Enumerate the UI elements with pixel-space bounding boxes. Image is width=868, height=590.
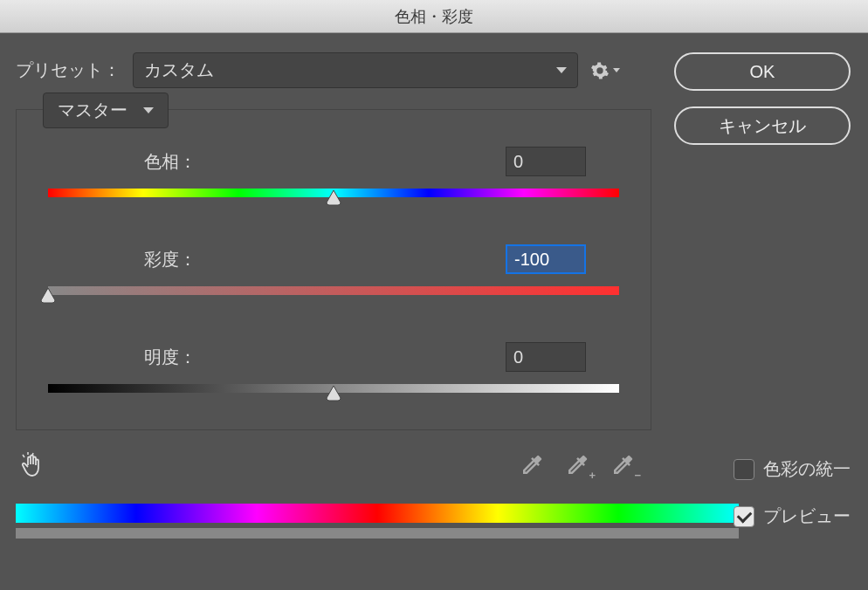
preset-value: カスタム [144,58,214,82]
hue-slider[interactable] [48,189,619,208]
hue-label: 色相： [48,150,310,174]
input-color-bar [16,504,739,523]
colorize-checkbox[interactable] [734,459,754,480]
saturation-slider[interactable] [48,286,619,305]
preview-checkbox[interactable] [734,506,754,527]
colorize-label: 色彩の統一 [763,457,851,481]
lightness-thumb[interactable] [325,386,342,401]
color-bars [16,504,739,539]
ok-button[interactable]: OK [674,52,851,91]
saturation-row: 彩度： [48,244,619,305]
colorize-checkbox-row[interactable]: 色彩の統一 [734,457,851,481]
lightness-slider[interactable] [48,384,619,403]
hue-input[interactable] [506,147,586,176]
range-dropdown[interactable]: マスター [43,93,169,128]
output-color-bar [16,528,739,539]
chevron-down-icon [556,67,567,73]
preset-label: プリセット： [16,58,121,82]
targeted-adjustment-tool[interactable] [16,449,47,481]
dialog-title: 色相・彩度 [0,0,868,33]
sliders-group: マスター 色相： 彩度： [16,109,651,430]
chevron-down-icon [143,107,154,113]
saturation-thumb[interactable] [39,288,57,304]
dialog-body: プリセット： カスタム OK キャンセル マスター 色相： [0,33,868,590]
eyedropper-add-tool[interactable]: + [564,452,590,478]
preview-checkbox-row[interactable]: プレビュー [734,504,851,528]
preview-label: プレビュー [763,504,851,528]
lightness-row: 明度： [48,342,619,403]
eyedropper-subtract-tool[interactable]: − [610,452,636,478]
lightness-input[interactable] [506,342,586,372]
preset-options-button[interactable] [590,56,620,86]
hue-row: 色相： [48,147,619,208]
lightness-label: 明度： [48,346,310,369]
saturation-label: 彩度： [48,248,310,271]
saturation-track [48,286,619,295]
preset-dropdown[interactable]: カスタム [133,52,578,88]
saturation-input[interactable] [506,244,586,274]
gear-icon [590,61,610,80]
cancel-button[interactable]: キャンセル [674,106,851,145]
chevron-down-icon [613,68,620,72]
range-value: マスター [58,99,127,122]
hue-thumb[interactable] [325,190,342,206]
eyedropper-tool[interactable] [519,452,545,478]
